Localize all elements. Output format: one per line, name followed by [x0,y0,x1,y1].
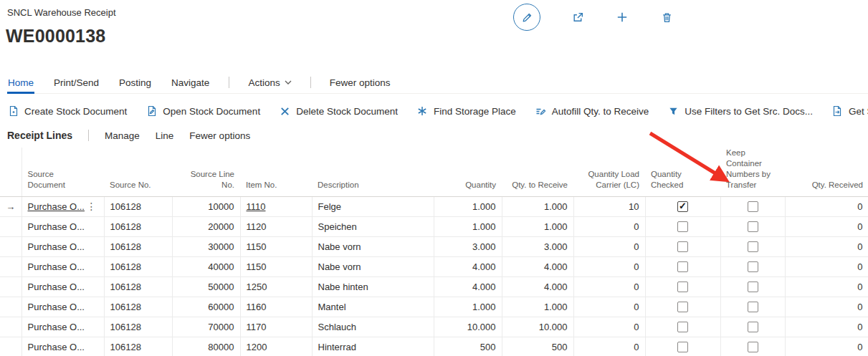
cell-source-line-no[interactable]: 80000 [172,337,240,356]
cell-quantity-checked[interactable] [645,256,720,276]
cell-quantity-checked[interactable] [645,317,720,337]
cell-qty-load-carrier[interactable]: 10 [573,196,645,216]
quantity-checked-checkbox[interactable] [677,342,688,352]
row-selector[interactable] [0,256,22,276]
cell-source-no[interactable]: 106128 [104,297,172,317]
cell-quantity-checked[interactable] [645,297,720,317]
cell-source-line-no[interactable]: 10000 [172,196,240,216]
keep-container-checkbox[interactable] [748,342,758,352]
cell-source-line-no[interactable]: 70000 [172,317,240,337]
cell-source-no[interactable]: 106128 [104,317,172,337]
cell-qty-to-receive[interactable]: 3.000 [502,236,573,256]
cell-source-document[interactable]: Purchase O... [22,216,104,236]
add-icon[interactable] [615,10,629,24]
cell-source-no[interactable]: 106128 [104,276,172,297]
cell-qty-load-carrier[interactable]: 0 [573,276,645,297]
item-no-link[interactable]: 1110 [247,201,266,212]
col-quantity-load-carrier-lc[interactable]: Quantity Load Carrier (LC) [573,148,645,196]
cell-quantity[interactable]: 3.000 [434,236,502,256]
col-source-line-no[interactable]: Source Line No. [172,148,240,196]
keep-container-checkbox[interactable] [748,302,758,312]
cell-keep-container[interactable] [720,337,785,356]
cell-keep-container[interactable] [720,317,785,337]
cell-item-no[interactable]: 1150 [240,256,312,276]
cell-source-document[interactable]: Purchase O... [22,317,104,337]
cell-keep-container[interactable] [720,196,785,216]
cell-quantity[interactable]: 500 [434,337,502,356]
action-get-s[interactable]: Get S [831,105,868,117]
source-document-link[interactable]: Purchase O... [28,201,85,212]
tab-navigate[interactable]: Navigate [171,74,210,91]
cell-item-no[interactable]: 1120 [240,216,312,236]
cell-qty-to-receive[interactable]: 1.000 [502,196,573,216]
cell-qty-received[interactable]: 0 [785,216,868,236]
cell-qty-received[interactable]: 0 [785,236,868,256]
cell-quantity[interactable]: 4.000 [434,276,502,297]
row-selector[interactable] [0,216,22,236]
cell-keep-container[interactable] [720,256,785,276]
cell-qty-received[interactable]: 0 [785,317,868,337]
lines-menu-fewer-options[interactable]: Fewer options [189,130,250,141]
cell-qty-load-carrier[interactable]: 0 [573,337,645,356]
quantity-checked-checkbox[interactable] [677,241,688,252]
quantity-checked-checkbox[interactable] [677,201,688,212]
cell-quantity-checked[interactable] [645,196,720,216]
tab-print-send[interactable]: Print/Send [53,74,100,91]
row-selector[interactable] [0,236,22,256]
cell-source-no[interactable]: 106128 [104,337,172,356]
keep-container-checkbox[interactable] [748,322,758,332]
col-item-no[interactable]: Item No. [240,148,312,196]
cell-source-no[interactable]: 106128 [104,196,172,216]
cell-source-line-no[interactable]: 40000 [172,256,240,276]
keep-container-checkbox[interactable] [748,241,758,252]
cell-source-line-no[interactable]: 20000 [172,216,240,236]
cell-keep-container[interactable] [720,236,785,256]
col-source-no[interactable]: Source No. [104,148,172,196]
cell-qty-to-receive[interactable]: 10.000 [502,317,573,337]
cell-description[interactable]: Speichen [312,216,434,236]
cell-qty-received[interactable]: 0 [785,276,868,297]
keep-container-checkbox[interactable] [748,221,758,232]
delete-icon[interactable] [659,10,674,24]
cell-qty-received[interactable]: 0 [785,196,868,216]
cell-qty-load-carrier[interactable]: 0 [573,317,645,337]
cell-source-no[interactable]: 106128 [104,216,172,236]
cell-item-no[interactable]: 1110 [240,196,312,216]
cell-qty-to-receive[interactable]: 1.000 [502,216,573,236]
quantity-checked-checkbox[interactable] [677,261,688,272]
cell-source-line-no[interactable]: 50000 [172,276,240,297]
col-quantity[interactable]: Quantity [434,148,502,196]
cell-quantity[interactable]: 1.000 [434,216,502,236]
col-source-document[interactable]: Source Document [22,148,104,196]
cell-quantity[interactable]: 4.000 [434,256,502,276]
cell-keep-container[interactable] [720,276,785,297]
cell-item-no[interactable]: 1160 [240,297,312,317]
cell-keep-container[interactable] [720,216,785,236]
cell-source-document[interactable]: Purchase O... [22,236,104,256]
action-find-storage-place[interactable]: Find Storage Place [416,105,516,117]
keep-container-checkbox[interactable] [748,261,758,272]
cell-qty-received[interactable]: 0 [785,256,868,276]
cell-item-no[interactable]: 1170 [240,317,312,337]
col-qty-received[interactable]: Qty. Received [785,148,868,196]
cell-qty-load-carrier[interactable]: 0 [573,236,645,256]
edit-pencil-icon[interactable] [513,4,540,31]
selected-row-indicator[interactable]: → [0,196,22,216]
cell-description[interactable]: Felge [312,196,434,216]
lines-menu-manage[interactable]: Manage [105,130,140,141]
action-open-stock-document[interactable]: Open Stock Document [146,105,260,117]
cell-qty-load-carrier[interactable]: 0 [573,297,645,317]
col-qty-to-receive[interactable]: Qty. to Receive [502,148,573,196]
share-icon[interactable] [571,10,585,24]
cell-qty-to-receive[interactable]: 500 [502,337,573,356]
menu-fewer-options[interactable]: Fewer options [330,77,391,88]
action-delete-stock-document[interactable]: Delete Stock Document [279,105,398,117]
tab-home[interactable]: Home [7,74,34,91]
cell-description[interactable]: Mantel [312,297,434,317]
cell-description[interactable]: Schlauch [312,317,434,337]
cell-source-line-no[interactable]: 60000 [172,297,240,317]
cell-description[interactable]: Nabe vorn [312,256,434,276]
cell-source-line-no[interactable]: 30000 [172,236,240,256]
cell-item-no[interactable]: 1200 [240,337,312,356]
cell-keep-container[interactable] [720,297,785,317]
